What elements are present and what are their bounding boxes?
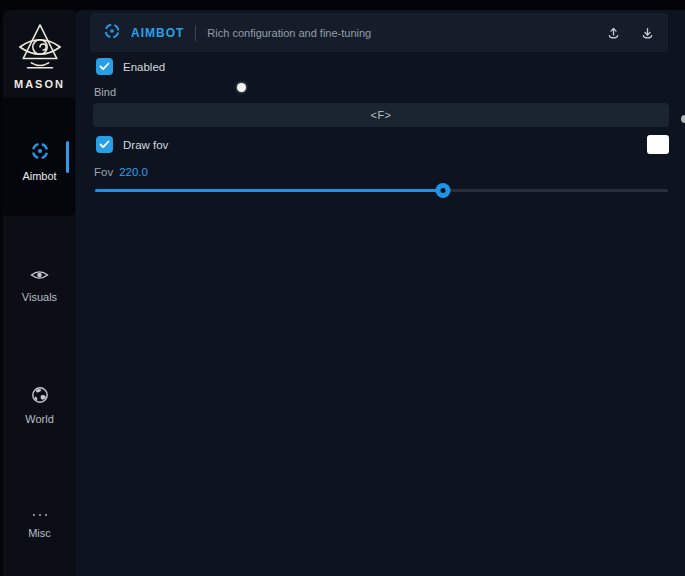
download-icon bbox=[640, 25, 655, 41]
bind-label: Bind bbox=[94, 86, 116, 98]
import-config-button[interactable] bbox=[640, 25, 655, 41]
main-panel: AIMBOT Rich configuration and fine-tunin… bbox=[76, 10, 685, 576]
app-window: MASON Aimbot Visuals bbox=[0, 0, 685, 576]
brand-logo: MASON bbox=[3, 22, 76, 90]
sidebar-item-label: Misc bbox=[3, 527, 76, 539]
enabled-label: Enabled bbox=[123, 61, 165, 73]
eye-pyramid-logo-icon bbox=[16, 58, 64, 75]
secondary-cursor-dot bbox=[681, 115, 685, 123]
crosshair-icon bbox=[30, 147, 50, 164]
page-header: AIMBOT Rich configuration and fine-tunin… bbox=[90, 13, 668, 52]
page-title: AIMBOT bbox=[131, 26, 184, 40]
eye-icon bbox=[30, 268, 49, 285]
fov-label: Fov bbox=[94, 166, 113, 178]
globe-icon bbox=[31, 390, 49, 407]
sidebar: MASON Aimbot Visuals bbox=[3, 10, 76, 576]
mouse-cursor-dot bbox=[237, 83, 246, 92]
sidebar-item-aimbot[interactable]: Aimbot bbox=[3, 141, 76, 182]
checkmark-icon bbox=[99, 140, 110, 149]
header-divider bbox=[195, 25, 196, 41]
export-config-button[interactable] bbox=[606, 25, 621, 41]
draw-fov-checkbox[interactable] bbox=[96, 136, 113, 153]
upload-icon bbox=[606, 25, 621, 41]
draw-fov-label: Draw fov bbox=[123, 139, 168, 151]
sidebar-item-label: World bbox=[3, 413, 76, 425]
bind-key-button[interactable]: <F> bbox=[93, 103, 669, 127]
enabled-checkbox[interactable] bbox=[96, 58, 113, 75]
sidebar-item-world[interactable]: World bbox=[3, 386, 76, 425]
fov-slider-handle[interactable] bbox=[435, 183, 450, 198]
sidebar-item-misc[interactable]: Misc bbox=[3, 504, 76, 539]
crosshair-icon bbox=[103, 22, 121, 44]
sidebar-item-label: Aimbot bbox=[3, 170, 76, 182]
ellipsis-icon bbox=[31, 504, 49, 521]
sidebar-item-label: Visuals bbox=[3, 291, 76, 303]
fov-slider-fill bbox=[95, 189, 443, 192]
fov-value: 220.0 bbox=[119, 166, 148, 178]
page-subtitle: Rich configuration and fine-tuning bbox=[207, 27, 371, 39]
draw-fov-checkbox-row[interactable]: Draw fov bbox=[96, 136, 168, 153]
fov-slider[interactable] bbox=[95, 182, 668, 199]
bind-key-value: <F> bbox=[370, 109, 391, 121]
fov-label-row: Fov 220.0 bbox=[94, 166, 148, 178]
fov-color-swatch[interactable] bbox=[647, 135, 669, 154]
brand-name: MASON bbox=[3, 78, 76, 90]
checkmark-icon bbox=[99, 62, 110, 71]
sidebar-item-visuals[interactable]: Visuals bbox=[3, 268, 76, 303]
enabled-checkbox-row[interactable]: Enabled bbox=[96, 58, 165, 75]
slider-handle-center bbox=[440, 188, 445, 193]
